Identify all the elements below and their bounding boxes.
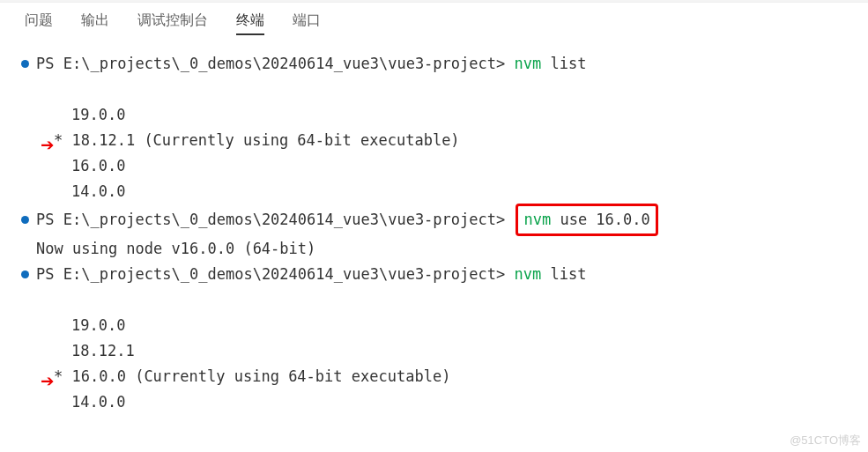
node-version: 14.0.0	[71, 389, 125, 415]
node-version: 18.12.1	[71, 338, 135, 364]
terminal-line: ➔ * 18.12.1 (Currently using 64-bit exec…	[21, 128, 847, 153]
node-version: 18.12.1	[71, 128, 135, 153]
active-line-bullet-icon	[21, 270, 29, 278]
terminal-panel[interactable]: PS E:\_projects\_0_demos\20240614_vue3\v…	[0, 41, 868, 426]
command-name: nvm	[523, 207, 560, 233]
terminal-line: PS E:\_projects\_0_demos\20240614_vue3\v…	[21, 262, 847, 287]
prompt-path: E:\_projects\_0_demos\20240614_vue3\vue3…	[63, 207, 515, 233]
terminal-line: 18.12.1	[21, 338, 847, 364]
active-version-suffix: (Currently using 64-bit executable)	[126, 364, 450, 389]
node-version: 16.0.0	[71, 364, 125, 389]
tab-terminal[interactable]: 终端	[236, 11, 264, 35]
active-line-bullet-icon	[21, 60, 29, 68]
command-name: nvm	[514, 262, 550, 287]
terminal-line: 14.0.0	[21, 389, 847, 415]
command-args: list	[550, 262, 586, 287]
ps-label: PS	[36, 51, 63, 77]
watermark: @51CTO博客	[790, 433, 861, 448]
node-version: 14.0.0	[71, 179, 125, 204]
tab-debug-console[interactable]: 调试控制台	[137, 11, 208, 35]
prompt-path: E:\_projects\_0_demos\20240614_vue3\vue3…	[63, 51, 515, 77]
terminal-line: 19.0.0	[21, 102, 847, 128]
terminal-line: ➔ * 16.0.0 (Currently using 64-bit execu…	[21, 364, 847, 389]
active-line-bullet-icon	[21, 216, 29, 224]
ps-label: PS	[36, 262, 63, 287]
command-name: nvm	[514, 51, 550, 77]
prompt-path: E:\_projects\_0_demos\20240614_vue3\vue3…	[63, 262, 515, 287]
active-version-suffix: (Currently using 64-bit executable)	[135, 128, 459, 153]
terminal-line: PS E:\_projects\_0_demos\20240614_vue3\v…	[21, 51, 847, 77]
node-version: 19.0.0	[71, 313, 125, 338]
active-marker: *	[36, 128, 71, 153]
terminal-line: 19.0.0	[21, 313, 847, 338]
command-args: list	[550, 51, 586, 77]
terminal-line: PS E:\_projects\_0_demos\20240614_vue3\v…	[21, 204, 847, 236]
tab-output[interactable]: 输出	[81, 11, 109, 35]
command-args: use 16.0.0	[560, 207, 649, 233]
terminal-line: 16.0.0	[21, 153, 847, 179]
terminal-line: Now using node v16.0.0 (64-bit)	[21, 236, 847, 262]
active-marker: *	[36, 364, 71, 389]
ps-label: PS	[36, 207, 63, 233]
red-highlight-annotation: nvm use 16.0.0	[516, 204, 657, 236]
panel-tabs: 问题 输出 调试控制台 终端 端口	[0, 3, 868, 41]
node-version: 19.0.0	[71, 102, 125, 128]
terminal-line: 14.0.0	[21, 179, 847, 204]
blank-line	[21, 77, 847, 102]
node-version: 16.0.0	[71, 153, 125, 179]
blank-line	[21, 287, 847, 313]
tab-ports[interactable]: 端口	[293, 11, 321, 35]
tab-problems[interactable]: 问题	[25, 11, 53, 35]
command-output: Now using node v16.0.0 (64-bit)	[36, 236, 315, 262]
